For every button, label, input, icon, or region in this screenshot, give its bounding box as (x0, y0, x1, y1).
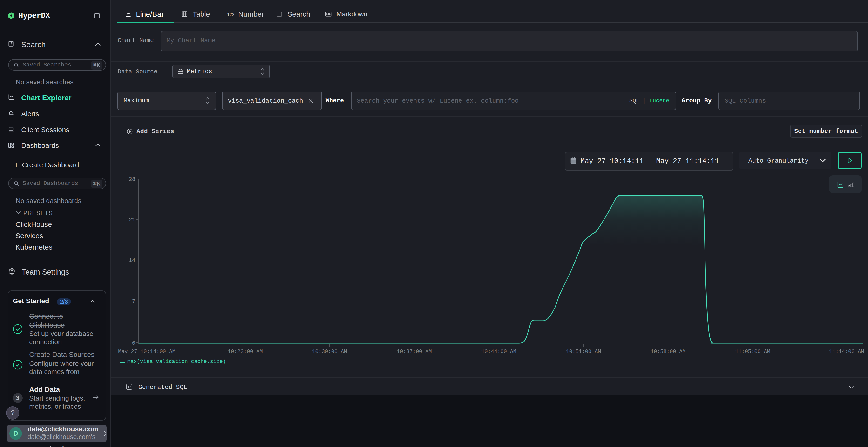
svg-text:14: 14 (129, 257, 135, 264)
svg-text:10:37:00 AM: 10:37:00 AM (397, 349, 432, 355)
svg-text:10:58:00 AM: 10:58:00 AM (651, 349, 685, 355)
svg-text:10:51:00 AM: 10:51:00 AM (566, 349, 601, 355)
svg-text:0: 0 (132, 340, 135, 346)
svg-text:10:44:00 AM: 10:44:00 AM (481, 349, 516, 355)
svg-text:28: 28 (129, 176, 135, 182)
svg-text:11:05:00 AM: 11:05:00 AM (735, 349, 770, 355)
svg-text:10:23:00 AM: 10:23:00 AM (227, 349, 262, 355)
svg-text:May 27 10:14:00 AM: May 27 10:14:00 AM (118, 349, 176, 355)
svg-text:11:14:00 AM: 11:14:00 AM (829, 349, 864, 355)
svg-text:10:30:00 AM: 10:30:00 AM (312, 349, 347, 355)
svg-text:7: 7 (132, 299, 135, 305)
svg-text:21: 21 (129, 217, 135, 223)
